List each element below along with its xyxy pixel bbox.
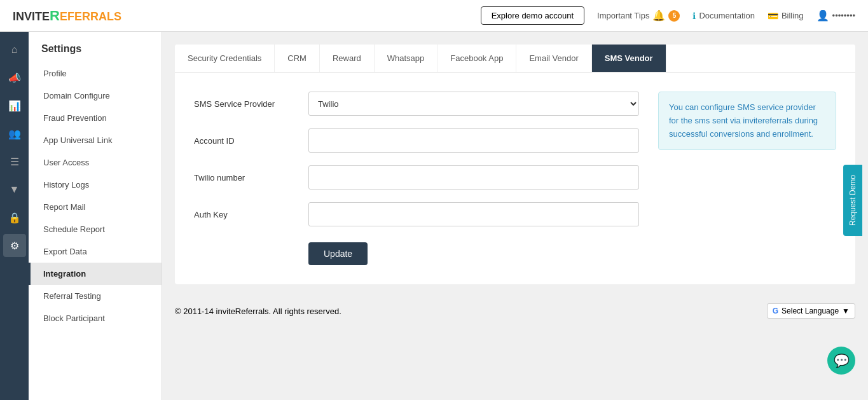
sidebar-item-history-logs[interactable]: History Logs [29,174,162,196]
main-layout: ⌂ 📣 📊 👥 ☰ ▼ 🔒 ⚙ Settings Profile Domain … [0,32,868,400]
settings-panel: Security Credentials CRM Reward Whatsapp… [175,45,855,284]
sidebar-icon-filter[interactable]: ▼ [3,178,26,201]
form-section: SMS Service Provider Twilio Nexmo Plivo … [194,92,639,265]
sidebar-item-user-access[interactable]: User Access [29,151,162,174]
tab-whatsapp[interactable]: Whatsapp [375,45,438,72]
logo-invite: INVITE [13,10,50,23]
tips-badge: 5 [668,10,680,22]
account-id-row: Account ID [194,128,639,153]
tab-security-credentials[interactable]: Security Credentials [175,45,275,72]
tabs-bar: Security Credentials CRM Reward Whatsapp… [175,45,855,72]
request-demo-button[interactable]: Request Demo [843,164,862,235]
settings-title: Settings [29,32,162,62]
icon-sidebar: ⌂ 📣 📊 👥 ☰ ▼ 🔒 ⚙ [0,32,29,400]
sms-service-provider-row: SMS Service Provider Twilio Nexmo Plivo [194,92,639,116]
google-g-icon: G [773,307,778,315]
sidebar-item-referral-testing[interactable]: Referral Testing [29,285,162,307]
sidebar-item-export-data[interactable]: Export Data [29,240,162,263]
explore-demo-button[interactable]: Explore demo account [481,6,584,25]
logo: INVITEREFERRALS [13,8,121,24]
sidebar-item-profile[interactable]: Profile [29,62,162,85]
user-avatar-icon: 👤 [816,10,829,22]
tab-facebook-app[interactable]: Facebook App [437,45,516,72]
tab-crm[interactable]: CRM [275,45,320,72]
select-language-label: Select Language [782,307,839,315]
sidebar-item-report-mail[interactable]: Report Mail [29,196,162,218]
documentation-label: Documentation [699,11,754,20]
sidebar-item-schedule-report[interactable]: Schedule Report [29,218,162,240]
sidebar-icon-gear[interactable]: ⚙ [3,234,26,257]
header-right: Explore demo account Important Tips 🔔 5 … [481,6,855,25]
account-id-label: Account ID [194,136,296,146]
logo-r: R [50,8,60,24]
sidebar-item-block-participant[interactable]: Block Participant [29,307,162,329]
sidebar-icon-home[interactable]: ⌂ [3,38,26,61]
bell-icon: 🔔 [652,10,665,22]
important-tips-label: Important Tips [597,11,649,20]
billing-icon: 💳 [768,11,778,21]
sidebar-item-integration[interactable]: Integration [29,263,162,285]
info-box: You can configure SMS service provider f… [658,92,836,150]
info-icon: ℹ [692,11,696,21]
request-demo-label: Request Demo [848,174,857,225]
sidebar-item-domain-configure[interactable]: Domain Configure [29,85,162,107]
billing-link[interactable]: 💳 Billing [768,11,804,21]
sidebar-item-app-universal-link[interactable]: App Universal Link [29,129,162,151]
dropdown-arrow-icon: ▼ [842,307,850,315]
twilio-number-input[interactable] [308,165,639,190]
update-row: Update [194,239,639,265]
tab-reward[interactable]: Reward [320,45,375,72]
documentation-link[interactable]: ℹ Documentation [692,11,754,21]
auth-key-row: Auth Key [194,202,639,226]
nav-sidebar: Settings Profile Domain Configure Fraud … [29,32,162,400]
form-area: SMS Service Provider Twilio Nexmo Plivo … [175,72,855,284]
account-id-input[interactable] [308,128,639,153]
auth-key-label: Auth Key [194,210,296,219]
twilio-number-label: Twilio number [194,173,296,183]
sidebar-icon-shield[interactable]: 🔒 [3,206,26,229]
billing-label: Billing [782,11,804,20]
update-button[interactable]: Update [308,242,368,265]
sms-service-provider-select[interactable]: Twilio Nexmo Plivo [308,92,639,116]
chat-bubble-button[interactable]: 💬 [827,347,855,375]
user-name: •••••••• [832,11,855,20]
tab-email-vendor[interactable]: Email Vendor [516,45,591,72]
sidebar-icon-list[interactable]: ☰ [3,150,26,173]
sidebar-item-fraud-prevention[interactable]: Fraud Prevention [29,107,162,129]
info-box-text: You can configure SMS service provider f… [669,102,818,139]
tab-sms-vendor[interactable]: SMS Vendor [592,45,666,72]
sms-service-provider-label: SMS Service Provider [194,99,296,109]
sidebar-icon-chart[interactable]: 📊 [3,94,26,117]
select-language-button[interactable]: G Select Language ▼ [767,303,855,319]
footer: © 2011-14 inviteReferrals. All rights re… [175,297,855,325]
user-link[interactable]: 👤 •••••••• [816,10,855,22]
auth-key-input[interactable] [308,202,639,226]
copyright-text: © 2011-14 inviteReferrals. All rights re… [175,307,341,316]
main-content: Security Credentials CRM Reward Whatsapp… [162,32,868,400]
logo-referrals: EFERRALS [60,10,121,23]
sidebar-icon-users[interactable]: 👥 [3,122,26,145]
header: INVITEREFERRALS Explore demo account Imp… [0,0,868,32]
sidebar-icon-megaphone[interactable]: 📣 [3,66,26,89]
important-tips-link[interactable]: Important Tips 🔔 5 [597,10,680,22]
twilio-number-row: Twilio number [194,165,639,190]
